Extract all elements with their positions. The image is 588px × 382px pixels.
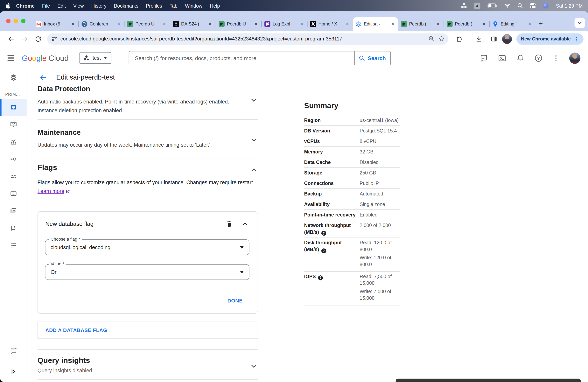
nav-menu-icon[interactable] (5, 55, 19, 61)
collapse-flags-icon[interactable] (251, 168, 256, 171)
tab-close-icon[interactable]: ✕ (345, 21, 350, 27)
minimize-window-button[interactable] (13, 19, 18, 23)
forward-button[interactable] (18, 35, 32, 42)
spotlight-search-icon[interactable] (518, 3, 523, 8)
more-vert-icon[interactable]: ⋮ (553, 54, 559, 62)
help-icon[interactable]: ? (321, 231, 326, 236)
browser-tab-peerdb[interactable]: Peerdb (✕ (398, 17, 443, 31)
chrome-update-button[interactable]: New Chrome available ⋮ (516, 33, 584, 44)
help-icon[interactable]: ? (534, 54, 543, 62)
add-database-flag-button[interactable]: ADD A DATABASE FLAG (38, 321, 258, 339)
browser-tab-peerdb-u[interactable]: Peerdb U✕ (216, 17, 261, 31)
browser-tab-editing[interactable]: Editing "✕ (490, 17, 535, 31)
tab-close-icon[interactable]: ✕ (481, 21, 487, 27)
cloud-sql-product-icon[interactable] (0, 69, 27, 86)
menu-item-file[interactable]: File (38, 3, 54, 8)
release-notes-icon[interactable] (480, 54, 488, 62)
expand-query-insights-icon[interactable] (251, 365, 256, 368)
sidebar-item-system-insights[interactable] (0, 116, 27, 133)
download-icon[interactable] (472, 35, 486, 42)
flag-value-select[interactable]: Value * On (45, 264, 249, 280)
sidebar-item-connections[interactable] (0, 150, 27, 168)
menu-item-history[interactable]: History (87, 3, 110, 8)
side-panel-icon[interactable] (487, 35, 501, 42)
zoom-window-button[interactable] (21, 19, 25, 23)
browser-tab-inbox-5[interactable]: Inbox (5✕ (33, 17, 78, 31)
browser-profile-avatar[interactable] (502, 34, 512, 44)
tab-close-icon[interactable]: ✕ (207, 21, 213, 27)
browser-tab-conferen[interactable]: Conferen✕ (79, 17, 124, 31)
tab-close-icon[interactable]: ✕ (116, 21, 122, 27)
menu-item-bookmarks[interactable]: Bookmarks (110, 3, 142, 8)
browser-tab-home-x[interactable]: Home / X✕ (307, 17, 353, 31)
learn-more-link[interactable]: Learn more (38, 188, 64, 194)
close-window-button[interactable] (6, 19, 10, 23)
menu-item-edit[interactable]: Edit (54, 3, 70, 8)
tab-close-icon[interactable]: ✕ (435, 21, 441, 27)
tab-close-icon[interactable]: ✕ (70, 21, 76, 27)
project-picker[interactable]: test (79, 52, 111, 64)
reload-button[interactable] (32, 35, 45, 42)
tab-close-icon[interactable]: ✕ (253, 21, 259, 27)
tab-close-icon[interactable]: ✕ (527, 21, 532, 27)
cloud-search-input[interactable]: Search (/) for resources, docs, products… (128, 51, 354, 65)
google-cloud-logo[interactable]: Google Cloud (22, 53, 69, 63)
browser-tab-edit-sai[interactable]: Edit sai-✕ (353, 17, 398, 31)
done-button[interactable]: DONE (227, 298, 242, 304)
cloud-shell-icon[interactable] (498, 54, 506, 62)
new-tab-button[interactable]: + (535, 20, 546, 28)
sidebar-item-users[interactable] (0, 168, 27, 185)
menu-item-tab[interactable]: Tab (166, 3, 181, 8)
expand-data-protection-icon[interactable] (251, 99, 256, 102)
menu-item-help[interactable]: Help (206, 3, 224, 8)
release-notes-sidebar-icon[interactable] (0, 342, 27, 359)
sidebar-item-databases[interactable] (0, 185, 27, 202)
apple-menu-icon[interactable] (5, 3, 10, 8)
chrome-menu-icon[interactable]: ⋮ (574, 36, 579, 42)
help-icon[interactable]: ? (321, 248, 326, 253)
sidebar-item-overview[interactable] (0, 99, 27, 116)
back-arrow-icon[interactable] (39, 74, 47, 81)
browser-tab-peerdb[interactable]: Peerdb (✕ (444, 17, 489, 31)
sidebar-item-replicas[interactable] (0, 220, 27, 237)
menu-item-profiles[interactable]: Profiles (142, 3, 166, 8)
delete-flag-icon[interactable] (226, 220, 232, 227)
notifications-bell-icon[interactable] (516, 54, 525, 62)
browser-tab-dais24[interactable]: DAISDAIS24 (✕ (170, 17, 216, 31)
url-text[interactable]: console.cloud.google.com/sql/instances/s… (60, 36, 425, 42)
choose-flag-select[interactable]: Choose a flag * cloudsql.logical_decodin… (45, 239, 249, 255)
collapse-flag-card-icon[interactable] (242, 222, 248, 225)
battery-icon[interactable] (488, 3, 497, 8)
menu-item-view[interactable]: View (70, 3, 87, 8)
tab-close-icon[interactable]: ✕ (299, 21, 304, 27)
sidebar-item-backups[interactable] (0, 202, 27, 220)
back-button[interactable] (4, 35, 18, 42)
sidebar-item-operations[interactable] (0, 237, 27, 254)
tab-close-icon[interactable]: ✕ (390, 21, 396, 27)
address-bar[interactable]: console.cloud.google.com/sql/instances/s… (47, 33, 449, 44)
tab-search-chevron-button[interactable] (575, 18, 585, 28)
browser-tab-peerdb-u[interactable]: Peerdb U✕ (125, 17, 170, 31)
tab-close-icon[interactable]: ✕ (162, 21, 167, 27)
menu-item-window[interactable]: Window (181, 3, 206, 8)
sidebar-item-query-insights[interactable] (0, 133, 27, 150)
bookmark-star-icon[interactable] (439, 36, 445, 42)
extensions-icon[interactable] (452, 35, 466, 42)
cloud-search-button[interactable]: Search (354, 51, 391, 65)
zoom-page-icon[interactable] (428, 36, 435, 42)
control-center-icon[interactable] (530, 3, 536, 8)
browser-tab-log-expl[interactable]: Log Expl✕ (262, 17, 307, 31)
account-avatar[interactable] (569, 52, 581, 64)
menubar-clock[interactable]: Sat 1:29 PM (556, 3, 583, 8)
wifi-icon[interactable] (504, 3, 511, 8)
siri-icon[interactable] (543, 3, 549, 8)
window-manager-icon[interactable] (462, 3, 467, 8)
collapse-sidebar-icon[interactable] (0, 362, 27, 381)
summary-row: Point-in-time recoveryEnabled (304, 210, 400, 220)
app-icon[interactable] (474, 2, 481, 9)
site-settings-icon[interactable] (51, 36, 57, 42)
expand-maintenance-icon[interactable] (251, 138, 256, 142)
menu-item-chrome[interactable]: Chrome (12, 3, 38, 8)
data-protection-summary-line: Automatic backups enabled. Point-in-time… (38, 98, 258, 106)
help-icon[interactable]: ? (318, 275, 323, 280)
